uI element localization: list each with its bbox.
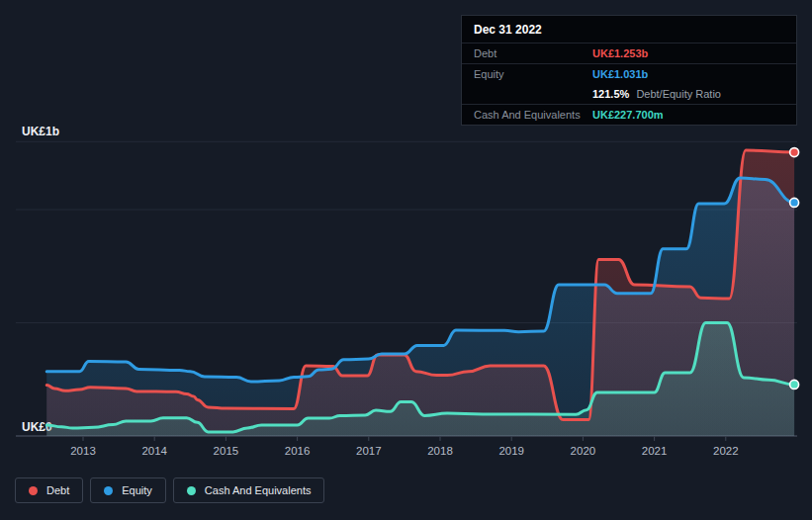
x-tick-label: 2018 xyxy=(427,445,453,457)
debt-value: UK£1.253b xyxy=(592,47,784,59)
cash-end-marker[interactable] xyxy=(790,380,799,389)
legend-cash-label: Cash And Equivalents xyxy=(205,484,312,496)
tooltip-row-equity: Equity UK£1.031b xyxy=(462,64,796,84)
x-tick-label: 2014 xyxy=(141,445,167,457)
debt-equity-history-chart: 2013201420152016201720182019202020212022… xyxy=(0,0,812,520)
x-tick-label: 2020 xyxy=(571,445,596,457)
equity-swatch-icon xyxy=(104,486,113,495)
legend-item-cash[interactable]: Cash And Equivalents xyxy=(173,477,325,503)
equity-end-marker[interactable] xyxy=(790,198,799,207)
tooltip-row-cash: Cash And Equivalents UK£227.700m xyxy=(462,105,796,125)
legend-debt-label: Debt xyxy=(46,484,69,496)
x-tick-label: 2013 xyxy=(70,445,96,457)
cash-value: UK£227.700m xyxy=(592,109,784,121)
legend-item-equity[interactable]: Equity xyxy=(90,477,166,503)
debt-swatch-icon xyxy=(29,486,38,495)
tooltip-row-ratio: 121.5% Debt/Equity Ratio xyxy=(462,84,796,105)
equity-value: UK£1.031b xyxy=(592,68,784,80)
debt-equity-ratio-label: Debt/Equity Ratio xyxy=(636,88,721,100)
equity-label: Equity xyxy=(474,68,592,80)
cash-swatch-icon xyxy=(187,486,196,495)
chart-tooltip: Dec 31 2022 Debt UK£1.253b Equity UK£1.0… xyxy=(461,15,797,126)
x-tick-label: 2019 xyxy=(498,445,524,457)
legend-item-debt[interactable]: Debt xyxy=(15,477,83,503)
x-tick-label: 2022 xyxy=(713,445,739,457)
cash-label: Cash And Equivalents xyxy=(474,109,592,121)
tooltip-row-debt: Debt UK£1.253b xyxy=(462,43,796,64)
x-tick-label: 2017 xyxy=(356,445,382,457)
x-tick-label: 2015 xyxy=(214,445,239,457)
debt-end-marker[interactable] xyxy=(790,148,799,157)
legend-equity-label: Equity xyxy=(122,484,152,496)
chart-legend: Debt Equity Cash And Equivalents xyxy=(15,477,324,503)
debt-label: Debt xyxy=(474,47,592,59)
x-tick-label: 2016 xyxy=(285,445,311,457)
x-tick-label: 2021 xyxy=(642,445,668,457)
debt-equity-ratio-value: 121.5% xyxy=(592,88,629,100)
y-axis-label-top: UK£1b xyxy=(22,125,59,138)
tooltip-date: Dec 31 2022 xyxy=(462,16,796,43)
